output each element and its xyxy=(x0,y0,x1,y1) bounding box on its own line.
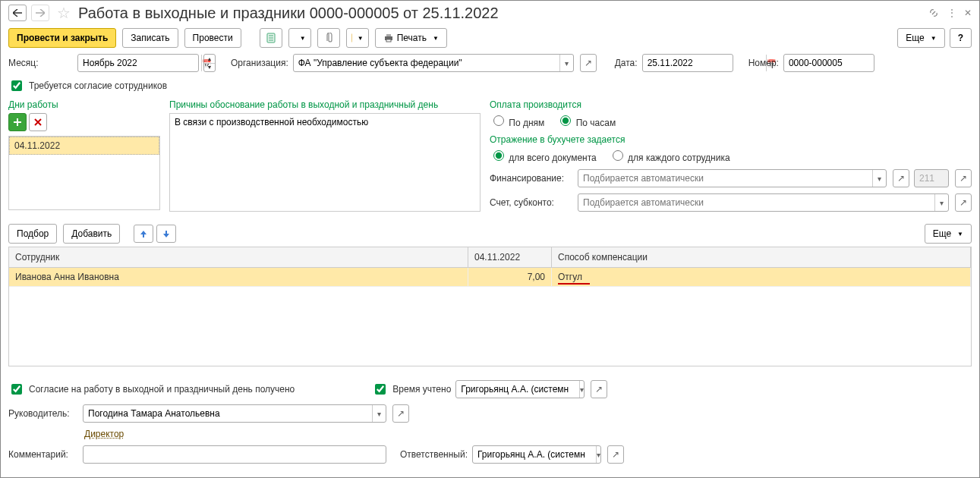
favorite-star-icon[interactable]: ☆ xyxy=(57,4,71,22)
account-open-button[interactable]: ↗ xyxy=(955,193,972,212)
nav-back-button[interactable] xyxy=(8,5,27,21)
financing-dropdown-icon[interactable]: ▾ xyxy=(872,170,886,187)
report-icon-button[interactable] xyxy=(260,28,282,48)
th-employee[interactable]: Сотрудник xyxy=(9,247,468,267)
time-user-input[interactable]: ▾ xyxy=(455,380,585,398)
time-user-open-button[interactable]: ↗ xyxy=(591,380,607,398)
financing-value[interactable] xyxy=(578,170,872,187)
print-label: Печать xyxy=(397,33,427,43)
manager-label: Руководитель: xyxy=(8,408,78,419)
financing-input[interactable]: ▾ xyxy=(578,169,887,187)
month-input[interactable]: 📅 xyxy=(77,54,199,72)
responsible-input[interactable]: ▾ xyxy=(472,445,601,464)
payment-by-days-radio[interactable]: По дням xyxy=(490,113,544,128)
account-dropdown-icon[interactable]: ▾ xyxy=(934,194,948,211)
month-up-button[interactable]: ▲ xyxy=(204,55,215,63)
page-title: Работа в выходные и праздники 0000-00000… xyxy=(78,5,923,22)
comment-value[interactable] xyxy=(84,446,386,463)
cell-value[interactable]: 7,00 xyxy=(468,268,552,287)
manager-input[interactable]: ▾ xyxy=(83,404,386,423)
days-list[interactable]: 04.11.2022 xyxy=(8,136,160,210)
comment-input[interactable] xyxy=(83,445,386,464)
consent-received-checkbox[interactable] xyxy=(11,384,22,395)
help-button[interactable]: ? xyxy=(950,28,972,48)
more-actions-icon[interactable]: ⋮ xyxy=(947,8,956,18)
responsible-dropdown-icon[interactable]: ▾ xyxy=(596,446,600,463)
comment-label: Комментарий: xyxy=(8,449,78,460)
payment-by-hours-radio[interactable]: По часам xyxy=(556,113,616,128)
time-user-value[interactable] xyxy=(456,381,579,398)
accounting-label: Отражение в бухучете задается xyxy=(490,134,972,145)
manager-dropdown-icon[interactable]: ▾ xyxy=(372,405,386,422)
th-date[interactable]: 04.11.2022 xyxy=(468,247,552,267)
svg-rect-7 xyxy=(386,34,391,36)
stat-code-open-button[interactable]: ↗ xyxy=(955,169,972,187)
cell-compensation[interactable]: Отгул xyxy=(552,268,971,287)
org-dropdown-icon[interactable]: ▾ xyxy=(559,55,573,71)
number-label: Номер: xyxy=(748,58,779,68)
post-and-close-button[interactable]: Провести и закрыть xyxy=(8,28,116,48)
manager-value[interactable] xyxy=(84,405,372,422)
accounting-per-emp-radio[interactable]: для каждого сотрудника xyxy=(609,148,730,163)
save-button[interactable]: Записать xyxy=(122,28,178,48)
responsible-label: Ответственный: xyxy=(400,449,468,460)
org-open-button[interactable]: ↗ xyxy=(580,54,597,72)
table-more-button[interactable]: Еще xyxy=(925,224,972,244)
number-value[interactable] xyxy=(784,55,907,71)
nav-forward-button[interactable] xyxy=(31,5,49,21)
account-label: Счет, субконто: xyxy=(490,197,573,208)
month-value[interactable] xyxy=(78,55,201,71)
printer-icon xyxy=(383,33,394,42)
reason-textarea[interactable] xyxy=(169,113,481,212)
spellcheck-underline xyxy=(558,283,590,285)
org-input[interactable]: ▾ xyxy=(293,54,574,72)
financing-open-button[interactable]: ↗ xyxy=(893,169,909,187)
svg-rect-8 xyxy=(386,39,391,42)
responsible-value[interactable] xyxy=(473,446,596,463)
add-row-button[interactable]: Добавить xyxy=(63,224,120,244)
responsible-open-button[interactable]: ↗ xyxy=(607,445,624,464)
print-button[interactable]: Печать xyxy=(375,28,447,48)
edit-icon-button[interactable] xyxy=(288,28,311,48)
month-label: Месяц: xyxy=(8,58,73,68)
delete-day-button[interactable] xyxy=(29,113,47,131)
stat-code-input: ▾ xyxy=(914,169,949,187)
number-input[interactable] xyxy=(783,54,874,72)
org-label: Организация: xyxy=(231,58,288,68)
attach-icon-button[interactable] xyxy=(317,28,340,48)
create-basis-icon-button[interactable] xyxy=(346,28,369,48)
employees-table[interactable]: Сотрудник 04.11.2022 Способ компенсации … xyxy=(8,247,972,366)
time-counted-checkbox[interactable] xyxy=(375,384,386,395)
consent-required-label: Требуется согласие сотрудников xyxy=(29,80,167,91)
link-icon[interactable] xyxy=(928,7,940,19)
accounting-whole-doc-radio[interactable]: для всего документа xyxy=(490,148,597,163)
date-value[interactable] xyxy=(643,55,766,71)
time-counted-label: Время учтено xyxy=(392,384,451,395)
cell-compensation-text: Отгул xyxy=(558,272,582,282)
post-button[interactable]: Провести xyxy=(184,28,241,48)
org-value[interactable] xyxy=(294,55,559,71)
table-row[interactable]: Иванова Анна Ивановна 7,00 Отгул xyxy=(9,268,971,287)
consent-required-checkbox[interactable] xyxy=(11,80,22,91)
account-value[interactable] xyxy=(578,194,934,211)
consent-received-label: Согласие на работу в выходной и празднич… xyxy=(29,384,295,395)
director-link[interactable]: Директор xyxy=(84,429,124,439)
month-down-button[interactable]: ▼ xyxy=(204,63,215,72)
reason-label: Причины обоснование работы в выходной и … xyxy=(169,99,481,110)
date-label: Дата: xyxy=(615,58,638,68)
close-icon[interactable]: ✕ xyxy=(964,8,972,18)
days-list-item[interactable]: 04.11.2022 xyxy=(9,137,159,155)
cell-employee[interactable]: Иванова Анна Ивановна xyxy=(9,268,468,287)
account-input[interactable]: ▾ xyxy=(578,193,949,212)
days-label: Дни работы xyxy=(8,99,160,110)
add-day-button[interactable] xyxy=(8,113,27,131)
move-down-button[interactable] xyxy=(156,225,176,243)
move-up-button[interactable] xyxy=(134,225,153,243)
more-button[interactable]: Еще xyxy=(897,28,944,48)
financing-label: Финансирование: xyxy=(490,173,573,184)
date-input[interactable]: 📅 xyxy=(642,54,733,72)
time-user-dropdown-icon[interactable]: ▾ xyxy=(579,381,584,398)
manager-open-button[interactable]: ↗ xyxy=(392,404,409,423)
th-compensation[interactable]: Способ компенсации xyxy=(552,247,971,267)
pick-button[interactable]: Подбор xyxy=(8,224,57,244)
